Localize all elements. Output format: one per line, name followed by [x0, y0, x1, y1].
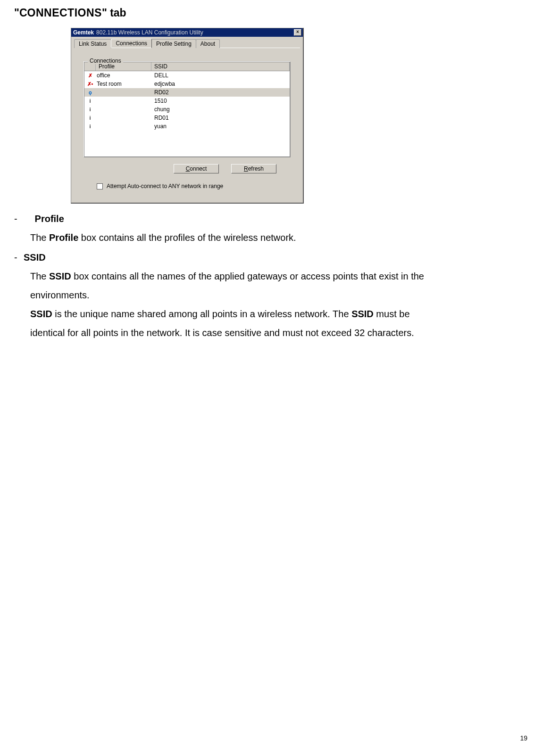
config-utility-window: Gemtek 802.11b Wireless LAN Configuratio… — [71, 28, 304, 204]
close-button[interactable]: × — [294, 29, 301, 36]
text: box contains all the names of the applie… — [71, 271, 424, 281]
ssid-paragraph-1b: environments. — [30, 286, 520, 304]
profile-paragraph: The Profile box contains all the profile… — [30, 228, 520, 247]
heading-cap-c: C — [19, 7, 27, 19]
text: box contains all the profiles of the wir… — [78, 232, 296, 243]
info-icon: i — [84, 115, 96, 121]
text: The — [30, 271, 49, 281]
connect-button[interactable]: Connect — [174, 164, 219, 173]
tab-strip: Link Status Connections Profile Setting … — [71, 37, 303, 48]
page-number: 19 — [520, 734, 527, 742]
tab-body: Connections Profile SSID ✗ office DELL ✗… — [74, 48, 300, 199]
list-body[interactable]: ✗ office DELL ✗• Test room edjcwba ϙ RD0… — [84, 71, 290, 157]
brand-label: Gemtek — [73, 29, 94, 36]
text: environments. — [30, 290, 90, 300]
list-row[interactable]: i 1510 — [84, 97, 290, 105]
antenna-icon: ϙ — [84, 90, 96, 96]
ssid-paragraph-1: The SSID box contains all the names of t… — [30, 267, 520, 286]
window-title: 802.11b Wireless LAN Configuration Utili… — [96, 29, 292, 36]
profile-heading: Profile — [35, 209, 64, 228]
quote-open: " — [14, 7, 19, 19]
tab-connections[interactable]: Connections — [111, 39, 152, 48]
auto-connect-checkbox[interactable] — [97, 183, 103, 189]
dash-icon: - — [14, 209, 19, 228]
auto-connect-row: Attempt Auto-connect to ANY network in r… — [83, 175, 291, 192]
network-icon: ✗• — [84, 81, 96, 87]
ssid-paragraph-2: SSID is the unique name shared among all… — [30, 304, 520, 323]
connections-groupbox: Connections Profile SSID ✗ office DELL ✗… — [83, 61, 291, 157]
list-row[interactable]: i yuan — [84, 122, 290, 131]
list-row[interactable]: ✗• Test room edjcwba — [84, 80, 290, 88]
list-row[interactable]: i RD01 — [84, 114, 290, 122]
refresh-button[interactable]: Refresh — [231, 164, 276, 173]
cell-ssid: RD01 — [151, 115, 290, 121]
heading-suffix: tab — [107, 7, 126, 19]
info-icon: i — [84, 98, 96, 104]
cell-ssid: DELL — [151, 72, 290, 79]
heading-small-caps: ONNECTIONS — [27, 7, 102, 19]
doc-text: - Profile The Profile box contains all t… — [14, 209, 520, 342]
mnemonic: R — [244, 165, 248, 172]
text: The — [30, 232, 49, 243]
quote-close: " — [102, 7, 107, 19]
info-icon: i — [84, 107, 96, 112]
bullet-ssid: - SSID — [14, 248, 520, 267]
btn-rest: efresh — [248, 165, 264, 172]
section-heading: "CONNECTIONS" tab — [14, 7, 520, 19]
cell-ssid: edjcwba — [151, 81, 290, 87]
network-icon: ✗ — [84, 73, 96, 79]
cell-profile: office — [96, 72, 151, 79]
button-row: Connect Refresh — [83, 157, 291, 175]
text: must be — [374, 309, 410, 319]
ssid-paragraph-2b: identical for all points in the network.… — [30, 323, 520, 342]
cell-ssid: chung — [151, 106, 290, 113]
titlebar: Gemtek 802.11b Wireless LAN Configuratio… — [71, 28, 303, 37]
tab-profile-setting[interactable]: Profile Setting — [151, 39, 196, 48]
list-row[interactable]: ✗ office DELL — [84, 71, 290, 80]
ssid-heading: SSID — [24, 248, 46, 267]
tab-about[interactable]: About — [196, 39, 220, 48]
bullet-profile: - Profile — [14, 209, 520, 228]
text: is the unique name shared among all poin… — [52, 309, 351, 319]
list-row-selected[interactable]: ϙ RD02 — [84, 88, 290, 97]
groupbox-legend: Connections — [88, 58, 123, 64]
list-row[interactable]: i chung — [84, 105, 290, 114]
cell-ssid: RD02 — [151, 89, 290, 96]
text-bold: SSID — [30, 309, 52, 319]
dash-icon: - — [14, 248, 19, 267]
col-ssid[interactable]: SSID — [151, 62, 290, 71]
cell-ssid: 1510 — [151, 98, 290, 104]
text-bold: SSID — [49, 271, 71, 281]
tab-link-status[interactable]: Link Status — [74, 39, 111, 48]
btn-rest: onnect — [190, 165, 207, 172]
cell-profile: Test room — [96, 81, 151, 87]
mnemonic: C — [186, 165, 190, 172]
cell-ssid: yuan — [151, 123, 290, 130]
text: identical for all points in the network.… — [30, 328, 414, 338]
text-bold: SSID — [351, 309, 374, 319]
info-icon: i — [84, 123, 96, 129]
text-bold: Profile — [49, 232, 78, 243]
auto-connect-label: Attempt Auto-connect to ANY network in r… — [107, 183, 223, 189]
